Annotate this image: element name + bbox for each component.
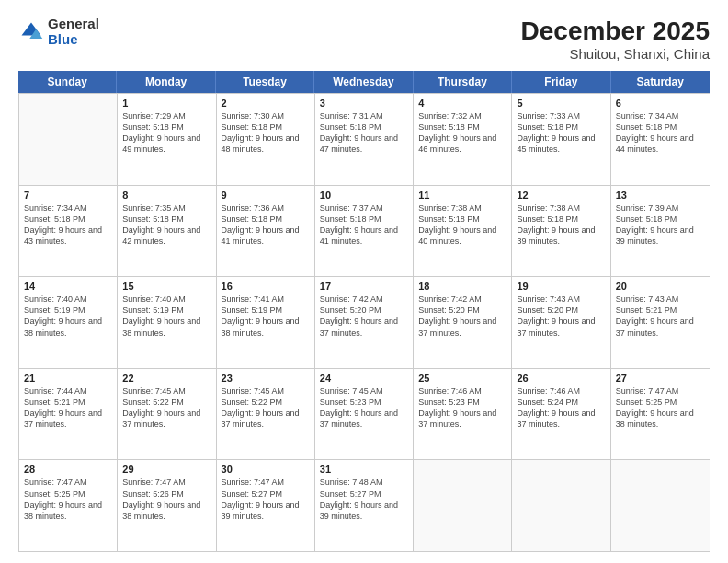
day-number: 28 xyxy=(24,464,112,475)
day-number: 15 xyxy=(122,281,210,292)
day-number: 30 xyxy=(222,464,310,475)
calendar-cell: 10 Sunrise: 7:37 AMSunset: 5:18 PMDaylig… xyxy=(315,186,414,277)
calendar-cell: 20 Sunrise: 7:43 AMSunset: 5:21 PMDaylig… xyxy=(611,277,710,368)
day-detail: Sunrise: 7:47 AMSunset: 5:27 PMDaylight:… xyxy=(222,477,310,522)
calendar-cell: 24 Sunrise: 7:45 AMSunset: 5:23 PMDaylig… xyxy=(315,369,414,460)
day-detail: Sunrise: 7:45 AMSunset: 5:22 PMDaylight:… xyxy=(222,385,310,431)
calendar-cell: 26 Sunrise: 7:46 AMSunset: 5:24 PMDaylig… xyxy=(512,369,610,460)
day-detail: Sunrise: 7:38 AMSunset: 5:18 PMDaylight:… xyxy=(517,202,605,247)
day-detail: Sunrise: 7:47 AMSunset: 5:25 PMDaylight:… xyxy=(24,477,112,522)
day-detail: Sunrise: 7:32 AMSunset: 5:18 PMDaylight:… xyxy=(418,110,506,155)
day-detail: Sunrise: 7:47 AMSunset: 5:25 PMDaylight:… xyxy=(616,385,705,431)
calendar-cell: 3 Sunrise: 7:31 AMSunset: 5:18 PMDayligh… xyxy=(315,94,414,185)
calendar-cell: 14 Sunrise: 7:40 AMSunset: 5:19 PMDaylig… xyxy=(19,277,118,368)
day-detail: Sunrise: 7:35 AMSunset: 5:18 PMDaylight:… xyxy=(122,202,210,247)
calendar-cell: 13 Sunrise: 7:39 AMSunset: 5:18 PMDaylig… xyxy=(611,186,710,277)
day-detail: Sunrise: 7:31 AMSunset: 5:18 PMDaylight:… xyxy=(320,110,408,155)
calendar-cell: 28 Sunrise: 7:47 AMSunset: 5:25 PMDaylig… xyxy=(19,460,118,551)
day-number: 2 xyxy=(222,98,310,109)
calendar-row-1: 1 Sunrise: 7:29 AMSunset: 5:18 PMDayligh… xyxy=(19,93,710,185)
day-number: 11 xyxy=(418,190,506,201)
header-day-sunday: Sunday xyxy=(18,71,117,93)
day-detail: Sunrise: 7:30 AMSunset: 5:18 PMDaylight:… xyxy=(222,110,310,155)
day-number: 25 xyxy=(418,373,506,384)
day-detail: Sunrise: 7:47 AMSunset: 5:26 PMDaylight:… xyxy=(122,477,210,522)
calendar-cell: 31 Sunrise: 7:48 AMSunset: 5:27 PMDaylig… xyxy=(315,460,414,551)
title-block: December 2025 Shuitou, Shanxi, China xyxy=(521,17,710,62)
calendar-cell: 27 Sunrise: 7:47 AMSunset: 5:25 PMDaylig… xyxy=(611,369,710,460)
calendar-cell: 29 Sunrise: 7:47 AMSunset: 5:26 PMDaylig… xyxy=(118,460,216,551)
day-number: 24 xyxy=(320,373,408,384)
logo-general: General xyxy=(48,17,99,32)
calendar-cell: 21 Sunrise: 7:44 AMSunset: 5:21 PMDaylig… xyxy=(19,369,118,460)
calendar-cell: 16 Sunrise: 7:41 AMSunset: 5:19 PMDaylig… xyxy=(217,277,315,368)
calendar-body: 1 Sunrise: 7:29 AMSunset: 5:18 PMDayligh… xyxy=(18,93,710,552)
calendar-cell xyxy=(414,460,512,551)
day-number: 27 xyxy=(616,373,705,384)
header: General Blue December 2025 Shuitou, Shan… xyxy=(18,17,710,62)
day-detail: Sunrise: 7:29 AMSunset: 5:18 PMDaylight:… xyxy=(122,110,210,155)
calendar-cell: 12 Sunrise: 7:38 AMSunset: 5:18 PMDaylig… xyxy=(512,186,610,277)
day-detail: Sunrise: 7:36 AMSunset: 5:18 PMDaylight:… xyxy=(222,202,310,247)
calendar-cell: 22 Sunrise: 7:45 AMSunset: 5:22 PMDaylig… xyxy=(118,369,216,460)
day-detail: Sunrise: 7:40 AMSunset: 5:19 PMDaylight:… xyxy=(24,293,112,339)
day-detail: Sunrise: 7:42 AMSunset: 5:20 PMDaylight:… xyxy=(320,293,408,339)
day-detail: Sunrise: 7:44 AMSunset: 5:21 PMDaylight:… xyxy=(24,385,112,431)
calendar-header: SundayMondayTuesdayWednesdayThursdayFrid… xyxy=(18,71,710,93)
calendar-cell: 17 Sunrise: 7:42 AMSunset: 5:20 PMDaylig… xyxy=(315,277,414,368)
day-number: 10 xyxy=(320,190,408,201)
calendar-cell: 25 Sunrise: 7:46 AMSunset: 5:23 PMDaylig… xyxy=(414,369,512,460)
calendar-row-4: 21 Sunrise: 7:44 AMSunset: 5:21 PMDaylig… xyxy=(19,368,710,460)
day-detail: Sunrise: 7:48 AMSunset: 5:27 PMDaylight:… xyxy=(320,477,408,522)
day-detail: Sunrise: 7:39 AMSunset: 5:18 PMDaylight:… xyxy=(616,202,705,247)
calendar-cell: 4 Sunrise: 7:32 AMSunset: 5:18 PMDayligh… xyxy=(414,94,512,185)
day-number: 22 xyxy=(122,373,210,384)
calendar-cell: 6 Sunrise: 7:34 AMSunset: 5:18 PMDayligh… xyxy=(611,94,710,185)
header-day-friday: Friday xyxy=(512,71,610,93)
header-day-tuesday: Tuesday xyxy=(216,71,314,93)
calendar-cell: 11 Sunrise: 7:38 AMSunset: 5:18 PMDaylig… xyxy=(414,186,512,277)
header-day-monday: Monday xyxy=(117,71,215,93)
day-number: 14 xyxy=(24,281,112,292)
day-number: 29 xyxy=(122,464,210,475)
day-number: 12 xyxy=(517,190,605,201)
page-title: December 2025 xyxy=(521,17,710,46)
calendar-cell: 15 Sunrise: 7:40 AMSunset: 5:19 PMDaylig… xyxy=(118,277,216,368)
day-detail: Sunrise: 7:41 AMSunset: 5:19 PMDaylight:… xyxy=(222,293,310,339)
day-number: 4 xyxy=(418,98,506,109)
calendar-row-5: 28 Sunrise: 7:47 AMSunset: 5:25 PMDaylig… xyxy=(19,459,710,551)
calendar-row-3: 14 Sunrise: 7:40 AMSunset: 5:19 PMDaylig… xyxy=(19,276,710,368)
day-number: 7 xyxy=(24,190,112,201)
calendar-cell: 1 Sunrise: 7:29 AMSunset: 5:18 PMDayligh… xyxy=(118,94,216,185)
day-detail: Sunrise: 7:40 AMSunset: 5:19 PMDaylight:… xyxy=(122,293,210,339)
day-detail: Sunrise: 7:33 AMSunset: 5:18 PMDaylight:… xyxy=(517,110,605,155)
day-number: 26 xyxy=(517,373,605,384)
header-day-saturday: Saturday xyxy=(611,71,710,93)
calendar-cell: 7 Sunrise: 7:34 AMSunset: 5:18 PMDayligh… xyxy=(19,186,118,277)
logo-icon xyxy=(18,19,44,45)
calendar: SundayMondayTuesdayWednesdayThursdayFrid… xyxy=(18,71,710,552)
logo-text: General Blue xyxy=(48,17,99,47)
day-detail: Sunrise: 7:46 AMSunset: 5:24 PMDaylight:… xyxy=(517,385,605,431)
day-number: 18 xyxy=(418,281,506,292)
day-number: 13 xyxy=(616,190,705,201)
day-number: 8 xyxy=(122,190,210,201)
day-detail: Sunrise: 7:45 AMSunset: 5:23 PMDaylight:… xyxy=(320,385,408,431)
logo-blue: Blue xyxy=(48,32,99,48)
day-detail: Sunrise: 7:37 AMSunset: 5:18 PMDaylight:… xyxy=(320,202,408,247)
day-number: 3 xyxy=(320,98,408,109)
day-number: 23 xyxy=(222,373,310,384)
calendar-cell: 19 Sunrise: 7:43 AMSunset: 5:20 PMDaylig… xyxy=(512,277,610,368)
calendar-cell xyxy=(19,94,118,185)
day-number: 21 xyxy=(24,373,112,384)
day-detail: Sunrise: 7:38 AMSunset: 5:18 PMDaylight:… xyxy=(418,202,506,247)
calendar-cell: 30 Sunrise: 7:47 AMSunset: 5:27 PMDaylig… xyxy=(217,460,315,551)
day-number: 17 xyxy=(320,281,408,292)
day-detail: Sunrise: 7:46 AMSunset: 5:23 PMDaylight:… xyxy=(418,385,506,431)
day-detail: Sunrise: 7:45 AMSunset: 5:22 PMDaylight:… xyxy=(122,385,210,431)
day-detail: Sunrise: 7:34 AMSunset: 5:18 PMDaylight:… xyxy=(24,202,112,247)
calendar-cell: 9 Sunrise: 7:36 AMSunset: 5:18 PMDayligh… xyxy=(217,186,315,277)
header-day-wednesday: Wednesday xyxy=(314,71,413,93)
day-detail: Sunrise: 7:43 AMSunset: 5:21 PMDaylight:… xyxy=(616,293,705,339)
day-number: 16 xyxy=(222,281,310,292)
